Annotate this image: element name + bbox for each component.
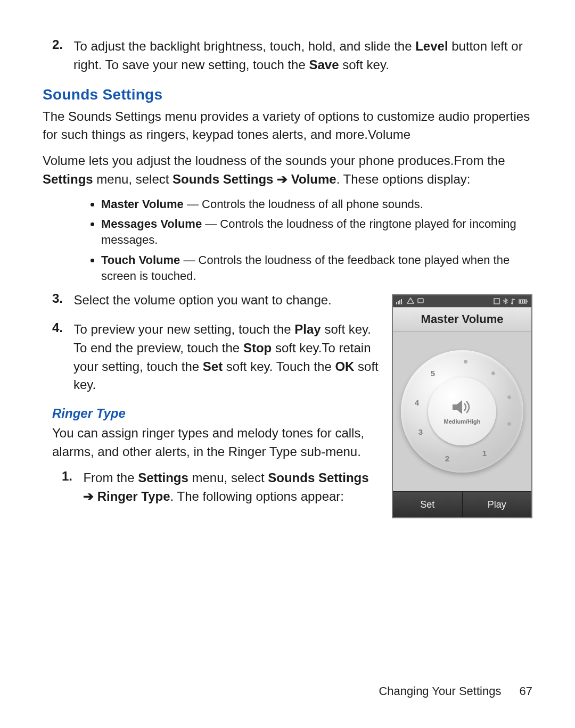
- term-settings: Settings: [138, 470, 188, 485]
- svg-marker-4: [407, 298, 414, 303]
- volume-options-list: Master Volume — Controls the loudness of…: [43, 196, 532, 284]
- ringer-step-1-number: 1.: [62, 469, 81, 484]
- volume-dial-area: 1 2 3 4 5: [393, 332, 531, 491]
- svg-rect-3: [401, 299, 402, 304]
- volume-wheel[interactable]: 1 2 3 4 5: [401, 350, 523, 473]
- svg-marker-13: [453, 400, 462, 414]
- svg-rect-5: [418, 299, 423, 303]
- dial-number-1: 1: [478, 449, 491, 458]
- step-3-text: Select the volume option you want to cha…: [73, 293, 331, 307]
- text-fragment: To adjust the backlight brightness, touc…: [73, 39, 415, 53]
- dial-dot: [507, 422, 511, 426]
- step-4-number: 4.: [52, 320, 71, 335]
- option-touch-volume: Touch Volume: [101, 253, 180, 267]
- term-ok: OK: [335, 359, 354, 374]
- svg-rect-6: [494, 299, 499, 304]
- dial-number-4: 4: [410, 398, 423, 408]
- svg-rect-12: [527, 301, 528, 302]
- text-fragment: . These options display:: [336, 172, 471, 186]
- manual-page: 2. To adjust the backlight brightness, t…: [0, 0, 575, 728]
- term-level: Level: [415, 39, 448, 53]
- term-ringer-type: Ringer Type: [97, 489, 170, 503]
- phone-figure: Master Volume 1 2 3 4 5: [392, 294, 532, 518]
- softkey-bar: Set Play: [393, 491, 531, 517]
- dial-number-3: 3: [414, 427, 427, 437]
- status-bar: [393, 295, 531, 307]
- heading-sounds-settings: Sounds Settings: [43, 86, 532, 103]
- nav-icon: [407, 297, 414, 305]
- softkey-play[interactable]: Play: [462, 492, 532, 517]
- lower-block: Master Volume 1 2 3 4 5: [43, 291, 532, 524]
- text-fragment: To preview your new setting, touch the: [73, 322, 294, 336]
- volume-intro: Volume lets you adjust the loudness of t…: [43, 152, 532, 189]
- screen-icon: [494, 298, 500, 304]
- text-fragment: menu, select: [93, 172, 172, 186]
- term-set: Set: [203, 359, 223, 374]
- term-sounds-settings: Sounds Settings: [172, 172, 273, 186]
- dial-number-2: 2: [441, 454, 454, 464]
- dial-hub: Medium/High: [428, 377, 496, 445]
- step-2-number: 2.: [52, 37, 71, 52]
- phone-title: Master Volume: [393, 307, 531, 332]
- text-fragment: . The following options appear:: [170, 489, 344, 503]
- step-4-text: To preview your new setting, touch the P…: [73, 322, 379, 392]
- ringer-step-1-text: From the Settings menu, select Sounds Se…: [83, 470, 369, 503]
- text-fragment: menu, select: [188, 470, 268, 485]
- footer-section: Changing Your Settings: [379, 684, 501, 698]
- text-fragment: soft key. Touch the: [223, 359, 335, 374]
- list-item: Master Volume — Controls the loudness of…: [101, 196, 532, 212]
- dial-level-label: Medium/High: [443, 418, 480, 425]
- phone-screen: Master Volume 1 2 3 4 5: [392, 294, 532, 518]
- speaker-icon: [443, 398, 480, 416]
- dial-dot: [507, 395, 511, 399]
- softkey-set[interactable]: Set: [393, 492, 462, 517]
- option-messages-volume: Messages Volume: [101, 217, 202, 230]
- step-2-text: To adjust the backlight brightness, touc…: [73, 39, 523, 72]
- svg-rect-0: [396, 302, 397, 304]
- text-fragment: From the: [83, 470, 138, 485]
- arrow-icon: ➔: [273, 172, 291, 186]
- term-settings: Settings: [43, 172, 93, 186]
- text-fragment: Volume lets you adjust the loudness of t…: [43, 153, 505, 168]
- svg-rect-9: [520, 300, 521, 303]
- term-sounds-settings: Sounds Settings: [268, 470, 368, 485]
- text-fragment: soft key.: [339, 57, 389, 72]
- svg-rect-1: [398, 301, 399, 304]
- term-play: Play: [294, 322, 321, 336]
- svg-rect-2: [399, 300, 400, 304]
- dial-number-5: 5: [426, 369, 439, 378]
- term-stop: Stop: [243, 341, 272, 355]
- bluetooth-icon: [503, 298, 508, 304]
- term-save: Save: [309, 57, 339, 72]
- sounds-intro: The Sounds Settings menu provides a vari…: [43, 107, 532, 145]
- music-icon: [511, 298, 516, 304]
- step-2: 2. To adjust the backlight brightness, t…: [43, 37, 532, 75]
- option-desc: — Controls the loudness of all phone sou…: [184, 197, 423, 211]
- battery-icon: [519, 298, 528, 304]
- dial-dot: [464, 360, 467, 363]
- footer-page-number: 67: [520, 684, 532, 698]
- signal-icon: [396, 298, 404, 304]
- step-3-number: 3.: [52, 291, 71, 306]
- card-icon: [417, 297, 424, 305]
- svg-rect-11: [524, 300, 525, 303]
- option-master-volume: Master Volume: [101, 197, 184, 211]
- svg-point-7: [511, 302, 513, 304]
- svg-rect-10: [522, 300, 523, 303]
- dial-dot: [491, 371, 495, 375]
- list-item: Touch Volume — Controls the loudness of …: [101, 252, 532, 284]
- page-footer: Changing Your Settings 67: [379, 684, 532, 698]
- term-volume: Volume: [291, 172, 336, 186]
- list-item: Messages Volume — Controls the loudness …: [101, 216, 532, 247]
- arrow-icon: ➔: [83, 489, 97, 503]
